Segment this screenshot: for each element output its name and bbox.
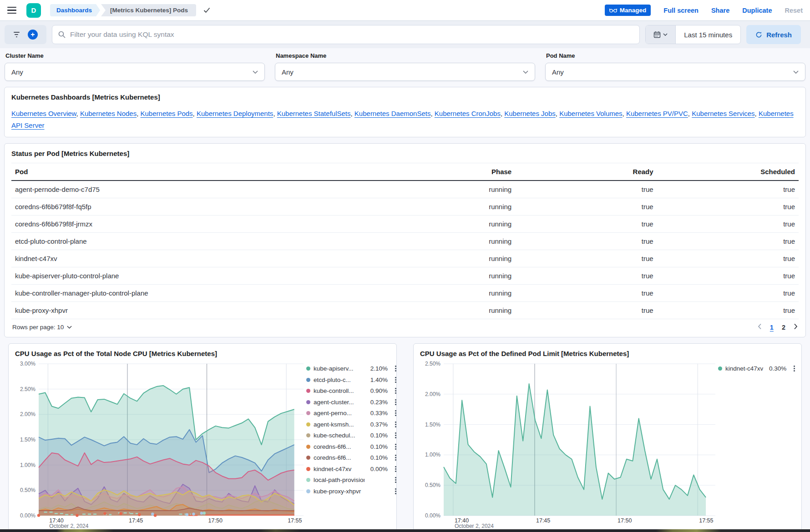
x-axis-tick-label: 17:45	[536, 517, 550, 524]
legend-item[interactable]: local-path-provision...	[306, 475, 397, 485]
reset-button[interactable]: Reset	[785, 7, 803, 14]
x-axis-tick-label: 17:50	[618, 517, 632, 524]
legend-item[interactable]: coredns-6f6...0.10%	[306, 442, 397, 452]
table-row[interactable]: etcd-pluto-control-planerunningtruetrue	[11, 233, 799, 250]
table-row[interactable]: kube-apiserver-pluto-control-planerunnin…	[11, 267, 799, 285]
cluster-name-select[interactable]: Any	[5, 63, 265, 81]
table-row[interactable]: agent-pernode-demo-c7d75runningtruetrue	[11, 181, 799, 198]
pod-name-cell: kube-controller-manager-pluto-control-pl…	[11, 285, 374, 302]
legend-item[interactable]: agent-ksmsh...0.37%	[306, 420, 397, 429]
y-axis-tick-label: 0.00%	[425, 512, 440, 519]
cell-value: running	[374, 181, 515, 198]
namespace-name-select[interactable]: Any	[275, 63, 535, 81]
legend-actions-icon[interactable]	[394, 387, 397, 395]
table-row[interactable]: kube-proxy-xhpvrrunningtruetrue	[11, 302, 799, 319]
dashboard-link[interactable]: Kubernetes CronJobs	[435, 110, 501, 117]
managed-badge[interactable]: Managed	[605, 5, 651, 16]
dashboard-link[interactable]: Kubernetes Jobs	[504, 110, 556, 117]
series-color-dot	[306, 389, 310, 393]
legend-actions-icon[interactable]	[394, 409, 397, 417]
date-quick-select-button[interactable]	[646, 25, 676, 44]
scatter-point	[37, 514, 40, 517]
legend-actions-icon[interactable]	[394, 454, 397, 462]
dashboard-link[interactable]: Kubernetes PV/PVC	[626, 110, 688, 117]
legend-series-label: local-path-provision...	[314, 477, 364, 483]
next-page-button[interactable]	[794, 323, 798, 331]
legend-series-label: coredns-6f6...	[314, 454, 364, 461]
legend-item[interactable]: etcd-pluto-c...1.40%	[306, 375, 397, 385]
dashboard-link[interactable]: Kubernetes Pods	[141, 110, 193, 117]
chevron-down-icon	[67, 326, 72, 329]
kql-search-input[interactable]	[70, 30, 633, 39]
pod-name-label: Pod Name	[545, 52, 805, 59]
legend-item[interactable]: coredns-6f6...0.10%	[306, 453, 397, 462]
page-number-2[interactable]: 2	[782, 324, 785, 331]
next-panel-row-clipped	[0, 529, 810, 532]
kql-search-box[interactable]	[52, 25, 640, 44]
legend-actions-icon[interactable]	[394, 465, 397, 473]
legend-actions-icon[interactable]	[394, 421, 397, 428]
rows-per-page-button[interactable]: Rows per page: 10	[12, 324, 72, 331]
cell-value: running	[374, 285, 515, 302]
space-avatar[interactable]: D	[26, 3, 41, 18]
breadcrumb-dashboards[interactable]: Dashboards	[50, 4, 100, 16]
legend-actions-icon[interactable]	[793, 365, 796, 372]
legend-item[interactable]: kube-controll...0.90%	[306, 386, 397, 396]
dashboard-link[interactable]: Kubernetes StatefulSets	[277, 110, 351, 117]
table-row[interactable]: kube-controller-manager-pluto-control-pl…	[11, 285, 799, 302]
legend-actions-icon[interactable]	[394, 476, 397, 484]
pod-name-cell: etcd-pluto-control-plane	[11, 233, 374, 250]
y-axis-tick-label: 1.00%	[425, 452, 440, 458]
series-color-dot	[306, 445, 310, 449]
legend-series-value: 1.40%	[368, 376, 388, 383]
menu-hamburger-button[interactable]	[7, 7, 16, 14]
glasses-icon	[609, 8, 617, 13]
y-axis-tick-label: 2.00%	[425, 391, 440, 397]
legend-actions-icon[interactable]	[394, 432, 397, 439]
full-screen-button[interactable]: Full screen	[663, 7, 699, 14]
dashboard-link[interactable]: Kubernetes Services	[692, 110, 754, 117]
table-row[interactable]: coredns-6f6b679f8f-fq5fprunningtruetrue	[11, 198, 799, 216]
legend-item[interactable]: kindnet-c47xv0.00%	[306, 464, 397, 474]
add-filter-button[interactable]	[28, 30, 38, 40]
time-range-button[interactable]: Last 15 minutes	[676, 25, 740, 44]
table-row[interactable]: kindnet-c47xvrunningtruetrue	[11, 250, 799, 267]
legend-actions-icon[interactable]	[394, 398, 397, 406]
charts-row: CPU Usage as Pct of the Total Node CPU […	[4, 343, 806, 532]
breadcrumb-current-dashboard[interactable]: [Metrics Kubernetes] Pods	[101, 4, 196, 16]
page-number-1[interactable]: 1	[770, 324, 774, 331]
share-button[interactable]: Share	[711, 7, 729, 14]
cell-value: running	[374, 233, 515, 250]
table-row[interactable]: coredns-6f6b679f8f-jrmzxrunningtruetrue	[11, 216, 799, 233]
legend-actions-icon[interactable]	[394, 376, 397, 384]
y-axis-tick-label: 2.00%	[20, 411, 35, 417]
legend-actions-icon[interactable]	[394, 365, 397, 372]
scatter-point	[103, 512, 106, 515]
legend-item[interactable]: kube-apiserv...2.10%	[306, 364, 397, 373]
filter-button-group	[5, 25, 46, 44]
chevron-down-icon	[793, 70, 799, 74]
legend-item[interactable]: kube-proxy-xhpvr	[306, 487, 397, 496]
legend-actions-icon[interactable]	[394, 443, 397, 451]
pod-name-select[interactable]: Any	[545, 63, 805, 81]
legend-item[interactable]: kindnet-c47xv0.30%	[718, 364, 796, 373]
kibana-dashboard-page: { "header": { "logo_letter": "D", "bread…	[0, 0, 810, 532]
dashboard-link[interactable]: Kubernetes Deployments	[197, 110, 273, 117]
refresh-button[interactable]: Refresh	[746, 25, 801, 44]
x-axis-tick-label: 17:45	[129, 517, 143, 524]
legend-item[interactable]: agent-perno...0.33%	[306, 408, 397, 418]
cpu-node-chart-title: CPU Usage as Pct of the Total Node CPU […	[15, 350, 390, 357]
filter-menu-button[interactable]	[14, 32, 20, 37]
series-color-dot	[306, 478, 310, 482]
legend-actions-icon[interactable]	[394, 487, 397, 495]
legend-item[interactable]: kube-schedul...0.10%	[306, 431, 397, 440]
legend-item[interactable]: agent-cluster...0.23%	[306, 397, 397, 407]
duplicate-button[interactable]: Duplicate	[742, 7, 772, 14]
scatter-point	[186, 513, 188, 516]
previous-page-button[interactable]	[758, 323, 762, 331]
dashboard-link[interactable]: Kubernetes DaemonSets	[354, 110, 431, 117]
dashboard-link[interactable]: Kubernetes Nodes	[80, 110, 137, 117]
dashboard-link[interactable]: Kubernetes Volumes	[559, 110, 622, 117]
dashboard-link[interactable]: Kubernetes Overview	[11, 110, 76, 117]
calendar-icon	[653, 31, 661, 38]
